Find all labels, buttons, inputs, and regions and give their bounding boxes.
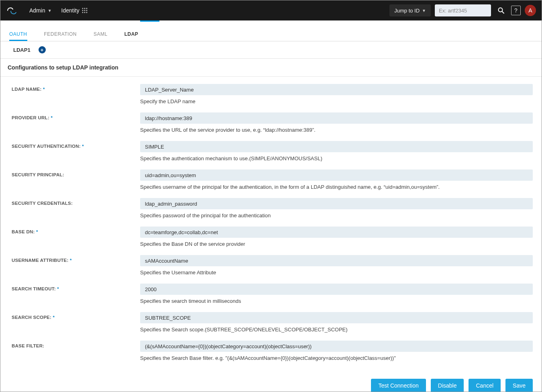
label-base-filter: BASE FILTER: [12, 341, 140, 348]
subtab-ldap1[interactable]: LDAP1 [13, 47, 31, 53]
identity-menu-label: Identity [61, 7, 79, 14]
label-search-timeout: SEARCH TIMEOUT: * [12, 284, 140, 291]
help-base-filter: Specifies the Search Base filter. e.g. "… [140, 355, 533, 361]
form-row-security-authentication: SECURITY AUTHENTICATION: *Specifies the … [12, 141, 533, 168]
input-search-scope[interactable] [140, 312, 533, 323]
input-search-timeout[interactable] [140, 284, 533, 295]
required-indicator: * [41, 87, 45, 92]
required-indicator: * [35, 229, 38, 234]
form-row-search-scope: SEARCH SCOPE: *Specifies the Search scop… [12, 312, 533, 339]
subtab-bar: LDAP1 + [0, 41, 542, 59]
tab-ldap[interactable]: LDAP [124, 27, 139, 41]
input-base-filter[interactable] [140, 341, 533, 352]
svg-point-4 [84, 10, 85, 11]
svg-point-3 [82, 10, 83, 11]
svg-point-8 [86, 12, 87, 13]
tab-saml[interactable]: SAML [94, 27, 108, 41]
help-search-scope: Specifies the Search scope.(SUBTREE_SCOP… [140, 327, 533, 333]
label-ldap-name: LDAP NAME: * [12, 84, 140, 92]
form-row-username-attribute: USERNAME ATTRIBUTE: *Specifies the Usern… [12, 255, 533, 282]
form-row-base-dn: BASE DN: *Specifies the Base DN of the s… [12, 227, 533, 253]
svg-point-1 [84, 8, 85, 9]
svg-point-2 [86, 8, 87, 9]
search-icon[interactable] [495, 4, 507, 16]
input-security-principal[interactable] [140, 169, 533, 181]
required-indicator: * [49, 115, 53, 120]
form-row-security-principal: SECURITY PRINCIPAL:Specifies username of… [12, 169, 533, 196]
tab-federation[interactable]: FEDERATION [44, 27, 77, 41]
save-button[interactable]: Save [505, 379, 533, 392]
top-bar: Admin ▼ Identity Jump to ID ▼ ? [0, 0, 542, 20]
required-indicator: * [81, 144, 84, 149]
search-input[interactable] [435, 4, 491, 16]
admin-menu-label: Admin [29, 7, 45, 14]
help-icon[interactable]: ? [511, 6, 521, 15]
accent-strip [0, 20, 542, 26]
form-row-base-filter: BASE FILTER:Specifies the Search Base fi… [12, 341, 533, 368]
admin-menu[interactable]: Admin ▼ [29, 7, 52, 14]
chevron-down-icon: ▼ [48, 8, 52, 13]
app-logo[interactable] [6, 6, 20, 15]
cancel-button[interactable]: Cancel [469, 379, 501, 392]
avatar[interactable]: A [525, 5, 536, 16]
add-ldap-button[interactable]: + [39, 46, 46, 53]
input-ldap-name[interactable] [140, 84, 533, 95]
required-indicator: * [51, 315, 55, 320]
help-security-credentials: Specifies password of the principal for … [140, 212, 533, 218]
help-base-dn: Specifies the Base DN of the service pro… [140, 241, 533, 247]
label-base-dn: BASE DN: * [12, 227, 140, 234]
input-security-credentials[interactable] [140, 198, 533, 209]
svg-point-6 [82, 12, 83, 13]
form-row-security-credentials: SECURITY CREDENTIALS:Specifies password … [12, 198, 533, 225]
svg-point-7 [84, 12, 85, 13]
identity-menu[interactable]: Identity [61, 7, 88, 14]
help-search-timeout: Specifies the search timeout in millisec… [140, 298, 533, 304]
help-security-authentication: Specifies the authentication mechanism t… [140, 155, 533, 161]
label-security-authentication: SECURITY AUTHENTICATION: * [12, 141, 140, 149]
jump-to-id-button[interactable]: Jump to ID ▼ [389, 4, 431, 16]
help-provider-url: Specifies the URL of the service provide… [140, 127, 533, 133]
form-row-ldap-name: LDAP NAME: *Specify the LDAP name [12, 84, 533, 111]
label-search-scope: SEARCH SCOPE: * [12, 312, 140, 320]
input-base-dn[interactable] [140, 227, 533, 238]
help-username-attribute: Specifies the Username Attribute [140, 270, 533, 276]
required-indicator: * [68, 258, 71, 263]
help-ldap-name: Specify the LDAP name [140, 98, 533, 104]
label-provider-url: PROVIDER URL: * [12, 112, 140, 120]
label-security-credentials: SECURITY CREDENTIALS: [12, 198, 140, 206]
main-tabs: OAUTH FEDERATION SAML LDAP [0, 26, 542, 41]
plus-icon: + [41, 47, 44, 53]
svg-line-10 [502, 12, 504, 14]
form-row-provider-url: PROVIDER URL: *Specifies the URL of the … [12, 112, 533, 139]
action-bar: Test Connection Disable Cancel Save [0, 373, 542, 392]
app-grid-icon [82, 8, 88, 13]
input-username-attribute[interactable] [140, 255, 533, 266]
form-area: LDAP NAME: *Specify the LDAP namePROVIDE… [0, 77, 542, 373]
chevron-down-icon: ▼ [422, 8, 426, 13]
jump-to-id-label: Jump to ID [394, 8, 420, 14]
input-security-authentication[interactable] [140, 141, 533, 152]
help-security-principal: Specifies username of the principal for … [140, 184, 533, 190]
disable-button[interactable]: Disable [431, 379, 464, 392]
form-row-search-timeout: SEARCH TIMEOUT: *Specifies the search ti… [12, 284, 533, 310]
label-username-attribute: USERNAME ATTRIBUTE: * [12, 255, 140, 263]
test-connection-button[interactable]: Test Connection [371, 379, 426, 392]
input-provider-url[interactable] [140, 112, 533, 124]
tab-oauth[interactable]: OAUTH [9, 27, 27, 41]
svg-point-5 [86, 10, 87, 11]
label-security-principal: SECURITY PRINCIPAL: [12, 169, 140, 177]
required-indicator: * [56, 286, 59, 291]
svg-point-0 [82, 8, 83, 9]
section-title: Configurations to setup LDAP integration [0, 59, 542, 77]
